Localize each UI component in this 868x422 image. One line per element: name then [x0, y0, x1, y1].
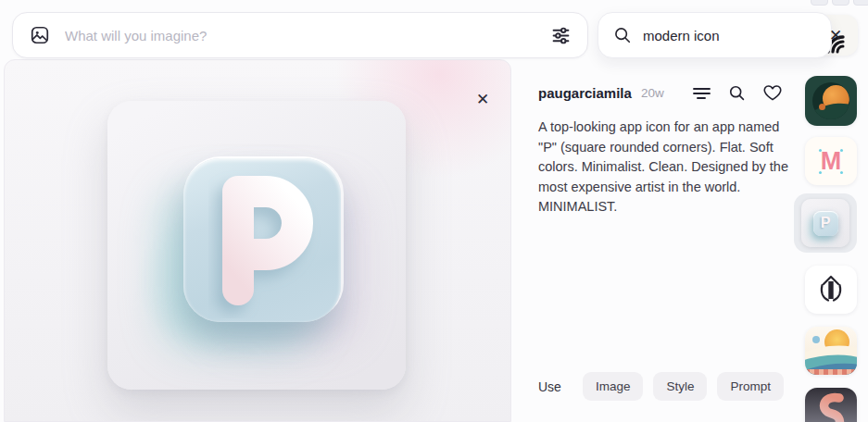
prompt-description: A top-looking app icon for an app named …: [538, 118, 794, 217]
p-app-icon: [183, 158, 341, 322]
cut-toolbar-button-1[interactable]: [811, 0, 828, 6]
thumbnail-planet[interactable]: [805, 76, 857, 126]
detail-panel: paugarciamila 20w A: [528, 59, 797, 422]
use-style-button[interactable]: Style: [653, 372, 707, 401]
search-box: ✕: [598, 12, 832, 58]
prompt-bar: [12, 12, 588, 58]
username[interactable]: paugarciamila: [538, 85, 632, 101]
letter-p-glyph: [238, 192, 297, 290]
search-detail-icon[interactable]: [728, 84, 746, 102]
photo-icon[interactable]: [30, 25, 50, 45]
cut-toolbar-button-3[interactable]: [853, 0, 868, 6]
thumbnail-s-swirl[interactable]: [805, 388, 857, 422]
thumbnail-p-selected[interactable]: P: [794, 193, 857, 253]
cut-toolbar-button-2[interactable]: [832, 0, 849, 6]
use-image-button[interactable]: Image: [583, 372, 644, 401]
search-input[interactable]: [641, 27, 829, 44]
sliders-icon[interactable]: [551, 26, 571, 45]
search-clear-icon[interactable]: ✕: [829, 28, 842, 43]
p-thumb-card: P: [801, 199, 849, 247]
close-icon[interactable]: ✕: [472, 88, 494, 110]
use-prompt-button[interactable]: Prompt: [717, 372, 784, 401]
search-icon: [613, 26, 632, 44]
thumbnail-building-logo[interactable]: [805, 266, 857, 314]
timestamp: 20w: [641, 86, 664, 100]
thumbnail-sunset-waves[interactable]: [805, 327, 857, 375]
heart-icon[interactable]: [763, 84, 782, 102]
use-row: Use Image Style Prompt: [538, 372, 784, 401]
m-letter: M: [821, 147, 842, 176]
generated-image[interactable]: [107, 101, 406, 390]
planet-orb: [812, 82, 849, 119]
p-thumb-icon: P: [813, 211, 838, 236]
image-viewer-panel: ✕: [4, 59, 511, 422]
thumbnail-m-letter[interactable]: M: [805, 137, 857, 185]
filter-lines-icon[interactable]: [693, 84, 711, 102]
detail-header: paugarciamila 20w: [538, 84, 782, 102]
imagine-input[interactable]: [63, 27, 542, 44]
use-label: Use: [538, 379, 561, 394]
